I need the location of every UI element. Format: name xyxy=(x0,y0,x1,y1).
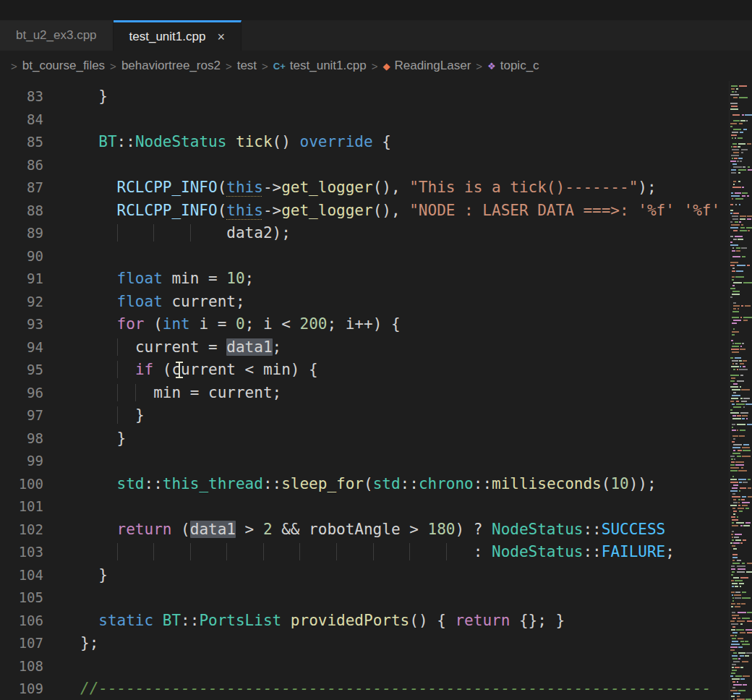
code-line[interactable] xyxy=(80,495,729,518)
tab-label: bt_u2_ex3.cpp xyxy=(16,28,97,43)
breadcrumb-item-topic[interactable]: ❖ topic_c xyxy=(487,59,539,73)
code-line[interactable]: std::this_thread::sleep_for(std::chrono:… xyxy=(80,473,729,496)
line-number[interactable]: 100 xyxy=(0,473,43,496)
code-line[interactable]: return (data1 > 2 && robotAngle > 180) ?… xyxy=(80,518,729,542)
line-number[interactable]: 84 xyxy=(0,108,43,132)
tab-bt-u2-ex3-cpp[interactable]: bt_u2_ex3.cpp xyxy=(0,20,114,51)
title-bar xyxy=(0,0,752,20)
editor[interactable]: 8384858687888990919293949596979899100101… xyxy=(0,81,752,700)
breadcrumb-item-test[interactable]: test xyxy=(237,59,257,73)
chevron-right-icon: > xyxy=(262,60,268,72)
class-icon: ◆ xyxy=(383,61,390,71)
line-number[interactable]: 94 xyxy=(0,336,43,359)
code-line[interactable] xyxy=(80,450,729,473)
chevron-right-icon: > xyxy=(372,60,378,72)
breadcrumb-label: test_unit1.cpp xyxy=(290,59,367,73)
line-number[interactable]: 85 xyxy=(0,131,43,154)
code-line[interactable]: data2); xyxy=(80,222,729,245)
code-line[interactable]: BT::NodeStatus tick() override { xyxy=(80,131,729,154)
line-number[interactable]: 91 xyxy=(0,268,43,291)
chevron-right-icon: > xyxy=(476,60,482,72)
code-line[interactable]: : NodeStatus::FAILURE; xyxy=(80,541,729,564)
line-number[interactable]: 93 xyxy=(0,313,43,336)
code-line[interactable]: static BT::PortsList providedPorts() { r… xyxy=(80,610,729,633)
line-number[interactable]: 104 xyxy=(0,564,43,587)
line-number[interactable]: 89 xyxy=(0,222,43,245)
line-number[interactable]: 98 xyxy=(0,427,43,451)
line-number[interactable]: 106 xyxy=(0,610,43,633)
code-line[interactable] xyxy=(80,586,729,610)
line-number[interactable]: 101 xyxy=(0,495,43,518)
line-number[interactable]: 88 xyxy=(0,200,43,223)
code-line[interactable]: current = data1; xyxy=(80,336,729,359)
chevron-right-icon: > xyxy=(110,60,116,72)
code-line[interactable] xyxy=(80,108,729,132)
code-line[interactable]: } xyxy=(80,564,729,587)
breadcrumb-label: topic_c xyxy=(500,59,539,73)
line-number[interactable]: 83 xyxy=(0,85,43,108)
code-line[interactable]: RCLCPP_INFO(this->get_logger(), "NODE : … xyxy=(80,200,729,223)
tab-label: test_unit1.cpp xyxy=(129,30,206,44)
line-number[interactable]: 96 xyxy=(0,382,43,405)
line-number[interactable]: 86 xyxy=(0,154,43,177)
breadcrumb-item-test-unit1-cpp[interactable]: C+ test_unit1.cpp xyxy=(273,59,367,73)
code-line[interactable]: } xyxy=(80,85,729,108)
code-line[interactable] xyxy=(80,245,729,268)
tab-bar: bt_u2_ex3.cpp test_unit1.cpp × xyxy=(0,20,752,51)
line-number[interactable]: 90 xyxy=(0,245,43,268)
line-number[interactable]: 92 xyxy=(0,291,43,314)
chevron-right-icon: > xyxy=(226,60,232,72)
code-line[interactable]: } xyxy=(80,427,729,451)
line-number[interactable]: 107 xyxy=(0,632,43,655)
breadcrumb-item-readinglaser[interactable]: ◆ ReadingLaser xyxy=(383,59,471,73)
code-line[interactable]: min = current; xyxy=(80,382,729,405)
line-number[interactable]: 97 xyxy=(0,404,43,427)
breadcrumb-item-behaviortree-ros2[interactable]: behaviortree_ros2 xyxy=(121,59,221,73)
line-number[interactable]: 99 xyxy=(0,450,43,473)
code-line[interactable]: //--------------------------------------… xyxy=(80,678,729,700)
breadcrumb: > bt_course_files > behaviortree_ros2 > … xyxy=(0,51,752,81)
code-line[interactable]: } xyxy=(80,404,729,427)
cpp-file-icon: C+ xyxy=(273,61,286,71)
symbol-method-icon: ❖ xyxy=(487,61,496,71)
breadcrumb-item-bt-course-files[interactable]: bt_course_files xyxy=(22,59,105,73)
code-line[interactable]: RCLCPP_INFO(this->get_logger(), "This is… xyxy=(80,176,729,200)
minimap[interactable] xyxy=(729,81,752,700)
code-line[interactable] xyxy=(80,154,729,177)
line-number[interactable]: 102 xyxy=(0,518,43,542)
gutter: 8384858687888990919293949596979899100101… xyxy=(0,85,43,700)
breadcrumb-label: bt_course_files xyxy=(22,59,105,73)
mouse-ibeam-cursor xyxy=(179,362,180,377)
code-line[interactable]: }; xyxy=(80,632,729,655)
line-number[interactable]: 95 xyxy=(0,359,43,382)
line-number[interactable]: 103 xyxy=(0,541,43,564)
breadcrumb-label: test xyxy=(237,59,257,73)
chevron-right-icon: > xyxy=(11,60,17,72)
line-number[interactable]: 87 xyxy=(0,176,43,200)
line-number[interactable]: 109 xyxy=(0,678,43,700)
breadcrumb-label: ReadingLaser xyxy=(394,59,471,73)
line-number[interactable]: 108 xyxy=(0,655,43,678)
breadcrumb-label: behaviortree_ros2 xyxy=(121,59,221,73)
code-line[interactable]: float min = 10; xyxy=(80,268,729,291)
code-line[interactable] xyxy=(80,655,729,678)
vscode-window: bt_u2_ex3.cpp test_unit1.cpp × > bt_cour… xyxy=(0,0,752,700)
code-area[interactable]: } BT::NodeStatus tick() override { RCLCP… xyxy=(80,85,729,700)
tab-bar-filler xyxy=(242,20,752,51)
close-icon[interactable]: × xyxy=(217,30,225,43)
code-line[interactable]: for (int i = 0; i < 200; i++) { xyxy=(80,313,729,336)
tab-test-unit1-cpp[interactable]: test_unit1.cpp × xyxy=(114,20,242,51)
line-number[interactable]: 105 xyxy=(0,586,43,610)
code-line[interactable]: float current; xyxy=(80,291,729,314)
